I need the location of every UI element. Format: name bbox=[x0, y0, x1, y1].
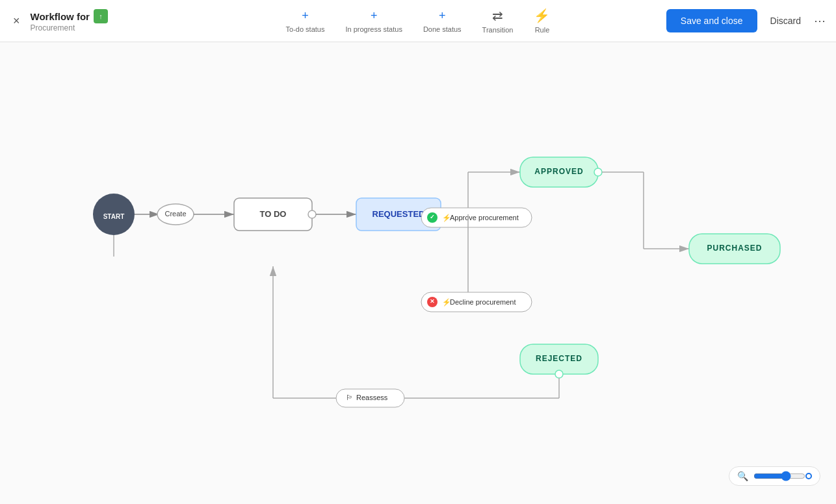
start-label: START bbox=[103, 213, 125, 220]
workflow-title-block: Workflow for ↑ Procurement bbox=[31, 9, 108, 32]
svg-text:🏳: 🏳 bbox=[346, 394, 353, 401]
approved-label: APPROVED bbox=[534, 167, 583, 176]
workflow-title-text: Workflow for bbox=[31, 11, 90, 22]
create-label: Create bbox=[164, 210, 186, 218]
svg-text:✕: ✕ bbox=[430, 298, 435, 305]
requested-label: REQUESTED bbox=[372, 209, 425, 219]
done-status-label: Done status bbox=[423, 25, 462, 33]
zoom-handle bbox=[805, 473, 812, 479]
decline-transition-label: Decline procurement bbox=[450, 298, 516, 306]
toolbar: + To-do status + In progress status + Do… bbox=[286, 8, 551, 34]
workflow-icon: ↑ bbox=[94, 9, 108, 23]
rejected-label: REJECTED bbox=[536, 354, 582, 363]
rule-label: Rule bbox=[535, 26, 550, 34]
inprogress-status-label: In progress status bbox=[345, 25, 402, 33]
rejected-bottom-connector bbox=[555, 370, 563, 378]
inprogress-status-icon: + bbox=[371, 9, 378, 23]
transition-icon: ⇄ bbox=[492, 8, 503, 23]
workflow-canvas[interactable]: START Create TO DO REQUESTED bbox=[0, 42, 836, 504]
workflow-diagram: START Create TO DO REQUESTED bbox=[0, 42, 836, 504]
todo-right-connector bbox=[308, 210, 316, 218]
toolbar-rule[interactable]: ⚡ Rule bbox=[534, 8, 550, 34]
save-close-button[interactable]: Save and close bbox=[666, 9, 757, 32]
todo-status-icon: + bbox=[302, 9, 309, 23]
toolbar-todo-status[interactable]: + To-do status bbox=[286, 9, 325, 33]
todo-label: TO DO bbox=[260, 209, 287, 219]
header-right: Save and close Discard ⋯ bbox=[666, 9, 826, 32]
todo-status-label: To-do status bbox=[286, 25, 325, 33]
header: × Workflow for ↑ Procurement + To-do sta… bbox=[0, 0, 836, 42]
transition-label: Transition bbox=[482, 26, 514, 34]
workflow-subtitle: Procurement bbox=[31, 23, 108, 32]
approved-right-connector bbox=[594, 168, 602, 176]
zoom-control: 🔍 bbox=[729, 466, 820, 486]
zoom-slider[interactable] bbox=[753, 471, 805, 481]
close-button[interactable]: × bbox=[10, 12, 23, 31]
approve-transition-label: Approve procurement bbox=[450, 214, 519, 221]
zoom-out-icon[interactable]: 🔍 bbox=[737, 471, 748, 481]
toolbar-inprogress-status[interactable]: + In progress status bbox=[345, 9, 402, 33]
toolbar-done-status[interactable]: + Done status bbox=[423, 9, 462, 33]
header-left: × Workflow for ↑ Procurement bbox=[10, 9, 153, 32]
more-options-button[interactable]: ⋯ bbox=[814, 14, 826, 28]
discard-button[interactable]: Discard bbox=[765, 9, 806, 32]
done-status-icon: + bbox=[439, 9, 446, 23]
workflow-title: Workflow for ↑ bbox=[31, 9, 108, 23]
purchased-label: PURCHASED bbox=[707, 244, 762, 253]
rule-icon: ⚡ bbox=[534, 8, 550, 23]
reassess-label: Reassess bbox=[356, 394, 388, 401]
toolbar-transition[interactable]: ⇄ Transition bbox=[482, 8, 514, 34]
svg-text:✓: ✓ bbox=[430, 214, 435, 220]
